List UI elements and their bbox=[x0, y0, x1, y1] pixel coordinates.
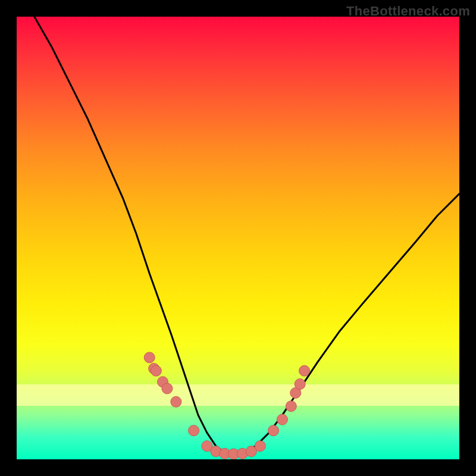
data-point bbox=[299, 365, 310, 376]
data-point bbox=[162, 383, 173, 394]
data-point bbox=[286, 401, 296, 412]
plot-area bbox=[17, 17, 459, 459]
chart-frame: TheBottleneck.com bbox=[0, 0, 476, 476]
data-point bbox=[268, 425, 279, 436]
data-point bbox=[171, 396, 181, 407]
curve-layer bbox=[17, 17, 459, 459]
data-point bbox=[255, 441, 265, 452]
watermark-text: TheBottleneck.com bbox=[346, 4, 470, 19]
data-point bbox=[151, 365, 161, 376]
data-point bbox=[295, 379, 305, 390]
data-point bbox=[144, 352, 155, 363]
data-point bbox=[277, 414, 287, 425]
bottleneck-curve bbox=[35, 17, 459, 454]
data-point bbox=[189, 425, 199, 436]
